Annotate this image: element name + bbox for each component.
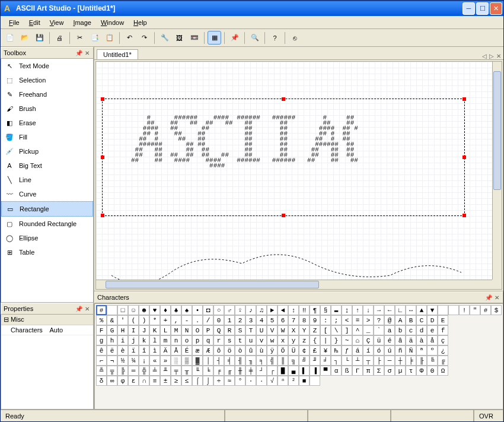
char-cell[interactable]: : <box>320 315 331 325</box>
char-cell[interactable]: → <box>374 305 384 315</box>
char-cell[interactable]: ¶ <box>310 305 320 315</box>
char-cell[interactable]: º <box>427 345 438 356</box>
char-cell[interactable]: ! <box>459 305 470 315</box>
char-cell[interactable]: E <box>438 315 448 325</box>
char-cell[interactable]: ↔ <box>406 305 416 315</box>
property-value[interactable]: Auto <box>47 325 94 335</box>
property-category[interactable]: ⊟ Misc <box>1 315 93 325</box>
char-cell[interactable]: ⌡ <box>203 376 213 386</box>
char-cell[interactable]: \ <box>331 325 342 335</box>
char-cell[interactable]: ê <box>96 345 107 356</box>
char-cell[interactable]: ñ <box>395 345 406 356</box>
char-cell[interactable]: ╧ <box>149 366 160 376</box>
char-cell[interactable]: £ <box>310 345 320 356</box>
char-cell[interactable]: ÷ <box>213 376 224 386</box>
char-cell[interactable]: ε <box>128 376 139 386</box>
char-cell[interactable]: α <box>331 366 342 376</box>
char-cell[interactable]: ╞ <box>406 356 416 366</box>
tool-erase[interactable]: ◧Erase <box>1 116 93 130</box>
char-cell[interactable]: ∞ <box>107 376 117 386</box>
char-cell[interactable]: j <box>128 335 139 345</box>
char-cell[interactable]: ƒ <box>342 345 352 356</box>
char-cell[interactable]: Ñ <box>406 345 416 356</box>
char-cell[interactable]: > <box>363 315 374 325</box>
char-cell[interactable]: ╛ <box>320 356 331 366</box>
char-cell[interactable]: D <box>427 315 438 325</box>
char-cell[interactable]: ╡ <box>224 356 235 366</box>
char-cell[interactable]: ☺ <box>128 305 139 315</box>
char-cell[interactable]: æ <box>192 345 203 356</box>
char-cell[interactable]: x <box>277 335 288 345</box>
char-cell[interactable]: ü <box>374 335 384 345</box>
char-cell[interactable]: ╢ <box>235 356 245 366</box>
char-cell[interactable]: ; <box>331 315 342 325</box>
char-cell[interactable]: 8 <box>299 315 310 325</box>
char-cell[interactable]: ─ <box>384 356 395 366</box>
char-cell[interactable]: S <box>235 325 245 335</box>
char-cell[interactable]: ↑ <box>352 305 363 315</box>
cut-icon[interactable]: ✂ <box>73 31 87 45</box>
char-cell[interactable]: [ <box>320 325 331 335</box>
tool-ellipse[interactable]: ◯Ellipse <box>1 231 93 245</box>
char-cell[interactable]: δ <box>96 376 107 386</box>
char-cell[interactable]: * <box>149 315 160 325</box>
tools-icon[interactable]: 🔧 <box>158 31 171 45</box>
char-cell[interactable]: τ <box>406 366 416 376</box>
char-cell[interactable]: 1 <box>224 315 235 325</box>
char-cell[interactable]: µ <box>395 366 406 376</box>
char-cell[interactable]: ^ <box>352 325 363 335</box>
char-cell[interactable]: ← <box>384 305 395 315</box>
char-cell[interactable]: ₧ <box>331 345 342 356</box>
char-cell[interactable]: I <box>128 325 139 335</box>
char-cell[interactable]: ‼ <box>299 305 310 315</box>
char-cell[interactable]: X <box>288 325 299 335</box>
char-cell[interactable]: Σ <box>374 366 384 376</box>
char-cell[interactable]: u <box>245 335 256 345</box>
char-cell[interactable]: Y <box>299 325 310 335</box>
tool-curve[interactable]: 〰Curve <box>1 187 93 201</box>
char-cell[interactable]: ♠ <box>181 305 192 315</box>
char-cell[interactable]: 7 <box>288 315 299 325</box>
tool-rectangle[interactable]: ▭Rectangle <box>1 201 93 217</box>
char-cell[interactable]: ╝ <box>299 356 310 366</box>
char-cell[interactable]: ♪ <box>245 305 256 315</box>
char-cell[interactable]: ♦ <box>160 305 171 315</box>
char-cell[interactable]: ¥ <box>320 345 331 356</box>
char-cell[interactable]: Φ <box>416 366 427 376</box>
char-cell[interactable]: í <box>363 345 374 356</box>
char-cell[interactable]: ë <box>107 345 117 356</box>
char-cell[interactable]: a <box>384 325 395 335</box>
char-cell[interactable]: é <box>384 335 395 345</box>
char-cell[interactable]: 3 <box>245 315 256 325</box>
char-cell[interactable]: ï <box>128 345 139 356</box>
menu-edit[interactable]: Edit <box>24 18 45 27</box>
new-icon[interactable]: 📄 <box>3 31 17 45</box>
menu-file[interactable]: File <box>4 18 24 27</box>
char-cell[interactable]: } <box>331 335 342 345</box>
char-cell[interactable]: ╨ <box>160 366 171 376</box>
char-cell[interactable]: ì <box>149 345 160 356</box>
char-cell[interactable]: ¢ <box>299 345 310 356</box>
char-cell[interactable]: · <box>256 376 267 386</box>
char-cell[interactable]: Æ <box>203 345 213 356</box>
char-cell[interactable]: ∩ <box>139 376 149 386</box>
help-icon[interactable]: ? <box>268 31 282 45</box>
char-cell[interactable]: s <box>224 335 235 345</box>
maximize-button[interactable]: ☐ <box>476 2 489 15</box>
char-cell[interactable]: @ <box>384 315 395 325</box>
char-cell[interactable]: ¬ <box>107 356 117 366</box>
menu-help[interactable]: Help <box>129 18 152 27</box>
char-cell[interactable]: ≥ <box>171 376 181 386</box>
close-button[interactable]: ✕ <box>490 2 502 15</box>
char-cell[interactable]: Ä <box>160 345 171 356</box>
char-cell[interactable]: $ <box>491 305 502 315</box>
char-cell[interactable]: p <box>192 335 203 345</box>
tool-big-text[interactable]: ABig Text <box>1 158 93 173</box>
char-cell[interactable]: ╘ <box>203 366 213 376</box>
char-cell[interactable]: ↕ <box>288 305 299 315</box>
pin-icon[interactable]: 📌 <box>228 31 241 45</box>
char-cell[interactable]: A <box>395 315 406 325</box>
char-cell[interactable]: ó <box>374 345 384 356</box>
char-cell[interactable]: ≈ <box>224 376 235 386</box>
char-cell[interactable]: É <box>181 345 192 356</box>
